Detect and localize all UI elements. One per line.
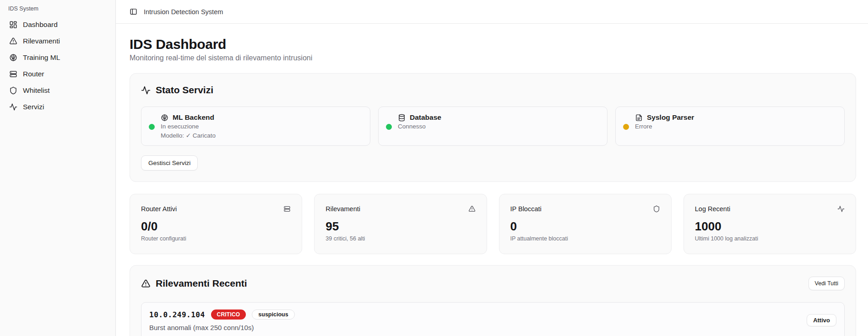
service-ml-backend: ML Backend In esecuzione Modello: ✓ Cari… — [141, 107, 370, 146]
sidebar-brand: IDS System — [5, 5, 110, 16]
detection-state-badge[interactable]: Attivo — [807, 314, 836, 326]
alert-triangle-icon — [141, 279, 151, 288]
detection-row[interactable]: 10.0.249.104 CRITICO suspicious Burst an… — [141, 302, 845, 336]
stat-value: 0/0 — [141, 219, 291, 234]
stats-grid: Router Attivi 0/0 Router configurati Ril… — [130, 194, 856, 254]
detection-description: Burst anomali (max 250 conn/10s) — [149, 324, 295, 331]
recent-detections-card: Rilevamenti Recenti Vedi Tutti 10.0.249.… — [130, 265, 856, 336]
stat-subtitle: IP attualmente bloccati — [510, 235, 660, 242]
service-status: In esecuzione — [161, 123, 216, 130]
server-icon — [283, 205, 291, 213]
stat-title: Log Recenti — [695, 205, 730, 213]
sidebar-item-label: Rilevamenti — [23, 37, 60, 45]
app-title: Intrusion Detection System — [144, 8, 223, 16]
sidebar-item-rilevamenti[interactable]: Rilevamenti — [5, 33, 110, 49]
sidebar-item-label: Dashboard — [23, 21, 58, 29]
sidebar-item-label: Router — [23, 70, 44, 78]
stat-card-router-attivi: Router Attivi 0/0 Router configurati — [130, 194, 302, 254]
stat-title: Router Attivi — [141, 205, 177, 213]
stat-card-rilevamenti: Rilevamenti 95 39 critici, 56 alti — [314, 194, 487, 254]
recent-detections-title: Rilevamenti Recenti — [156, 278, 247, 289]
stat-subtitle: Router configurati — [141, 235, 291, 242]
sidebar-item-servizi[interactable]: Servizi — [5, 99, 110, 115]
stat-value: 1000 — [695, 219, 845, 234]
sidebar-item-whitelist[interactable]: Whitelist — [5, 82, 110, 99]
sidebar-item-router[interactable]: Router — [5, 66, 110, 82]
activity-icon — [9, 103, 17, 111]
sidebar-item-label: Whitelist — [23, 86, 50, 95]
dashboard-grid-icon — [9, 21, 17, 29]
database-icon — [398, 114, 406, 122]
stat-value: 0 — [510, 219, 660, 234]
service-database: Database Connesso — [378, 107, 608, 146]
status-dot-error — [623, 124, 629, 130]
shield-icon — [9, 86, 17, 95]
service-name: Database — [410, 113, 441, 122]
page-title: IDS Dashboard — [130, 37, 856, 52]
alert-triangle-icon — [9, 37, 17, 45]
stat-card-ip-bloccati: IP Bloccati 0 IP attualmente bloccati — [499, 194, 672, 254]
detection-type-badge: suspicious — [252, 309, 294, 320]
services-status-card: Stato Servizi ML Backend In esecuzione M… — [130, 73, 856, 182]
recent-detections-heading: Rilevamenti Recenti — [141, 278, 247, 289]
stat-title: IP Bloccati — [510, 205, 542, 213]
page-content: IDS Dashboard Monitoring real-time del s… — [116, 24, 868, 336]
file-text-icon — [635, 114, 643, 122]
sidebar-item-label: Training ML — [23, 53, 60, 62]
sidebar-item-training-ml[interactable]: Training ML — [5, 49, 110, 66]
stat-subtitle: Ultimi 1000 log analizzati — [695, 235, 845, 242]
service-status: Connesso — [398, 123, 441, 130]
shield-icon — [653, 205, 660, 213]
service-detail: Modello: ✓ Caricato — [161, 132, 216, 139]
sidebar-toggle-button[interactable] — [130, 8, 137, 16]
status-dot-running — [149, 124, 155, 130]
stat-value: 95 — [326, 219, 475, 234]
sidebar-item-label: Servizi — [23, 103, 44, 111]
server-icon — [9, 70, 17, 78]
services-status-heading: Stato Servizi — [141, 85, 845, 96]
main-area: Intrusion Detection System IDS Dashboard… — [116, 0, 868, 336]
status-dot-connected — [386, 124, 392, 130]
manage-services-button[interactable]: Gestisci Servizi — [141, 155, 198, 171]
brain-icon — [161, 114, 168, 122]
service-name: ML Backend — [173, 113, 214, 122]
service-grid: ML Backend In esecuzione Modello: ✓ Cari… — [141, 107, 845, 146]
stat-title: Rilevamenti — [326, 205, 360, 213]
top-header: Intrusion Detection System — [116, 0, 868, 24]
alert-triangle-icon — [468, 205, 476, 213]
service-syslog-parser: Syslog Parser Errore — [615, 107, 845, 146]
page-subtitle: Monitoring real-time del sistema di rile… — [130, 54, 856, 62]
brain-icon — [9, 53, 17, 62]
stat-card-log-recenti: Log Recenti 1000 Ultimi 1000 log analizz… — [684, 194, 856, 254]
service-name: Syslog Parser — [647, 113, 694, 122]
view-all-button[interactable]: Vedi Tutti — [808, 277, 845, 290]
detection-ip: 10.0.249.104 — [149, 310, 205, 319]
stat-subtitle: 39 critici, 56 alti — [326, 235, 475, 242]
services-status-title: Stato Servizi — [156, 85, 213, 96]
activity-icon — [837, 205, 845, 213]
severity-badge: CRITICO — [211, 309, 246, 320]
activity-icon — [141, 85, 151, 95]
sidebar: IDS System Dashboard Rilevamenti Trainin… — [0, 0, 116, 336]
service-status: Errore — [635, 123, 694, 130]
sidebar-item-dashboard[interactable]: Dashboard — [5, 16, 110, 33]
